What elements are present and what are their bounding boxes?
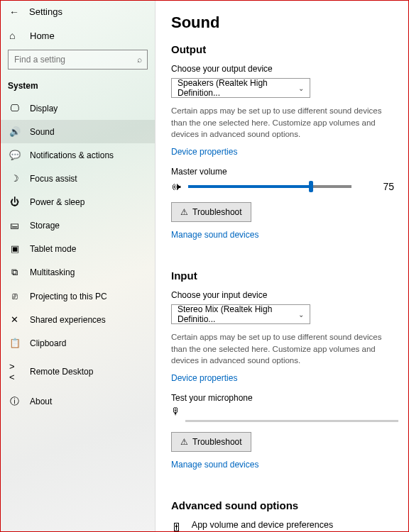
search-input[interactable] bbox=[8, 50, 148, 70]
input-heading: Input bbox=[171, 270, 394, 282]
nav-icon: ☽ bbox=[9, 173, 20, 184]
sidebar-item-shared-experiences[interactable]: ✕Shared experiences bbox=[1, 308, 155, 331]
nav-icon: ⧉ bbox=[9, 267, 20, 278]
output-device-select[interactable]: Speakers (Realtek High Definition... ⌄ bbox=[171, 78, 310, 98]
sidebar-item-multitasking[interactable]: ⧉Multitasking bbox=[1, 260, 155, 284]
nav-label: Clipboard bbox=[30, 338, 66, 348]
nav-label: Storage bbox=[30, 221, 60, 231]
page-title: Sound bbox=[171, 13, 394, 32]
nav-label: Shared experiences bbox=[30, 315, 106, 325]
nav-icon: 💬 bbox=[9, 150, 20, 160]
sidebar-item-display[interactable]: 🖵Display bbox=[1, 96, 155, 120]
nav-icon: 🔊 bbox=[9, 126, 20, 137]
nav-label: Remote Desktop bbox=[30, 367, 93, 377]
output-troubleshoot-button[interactable]: ⚠ Troubleshoot bbox=[171, 202, 251, 222]
warning-icon: ⚠ bbox=[180, 437, 188, 447]
sidebar-item-sound[interactable]: 🔊Sound bbox=[1, 120, 155, 143]
nav-label: Sound bbox=[30, 127, 55, 137]
nav-label: About bbox=[30, 397, 52, 406]
sidebar-item-notifications-actions[interactable]: 💬Notifications & actions bbox=[1, 143, 155, 167]
nav-icon: ✕ bbox=[9, 314, 20, 325]
chevron-down-icon: ⌄ bbox=[298, 311, 304, 318]
nav-label: Multitasking bbox=[30, 267, 75, 277]
test-mic-label: Test your microphone bbox=[171, 393, 394, 403]
output-help-text: Certain apps may be set up to use differ… bbox=[171, 105, 391, 140]
advanced-item-subtitle: Customize app volumes and the speakers o… bbox=[192, 530, 394, 531]
nav-label: Focus assist bbox=[30, 174, 77, 184]
microphone-icon: 🎙 bbox=[171, 406, 181, 417]
nav-icon: 🖴 bbox=[9, 220, 20, 231]
input-device-value: Stereo Mix (Realtek High Definitio... bbox=[178, 304, 298, 324]
speaker-icon: 🕪 bbox=[171, 181, 181, 192]
nav-icon: ⓘ bbox=[9, 395, 20, 408]
home-icon: ⌂ bbox=[9, 30, 20, 41]
input-device-properties-link[interactable]: Device properties bbox=[171, 373, 237, 383]
input-troubleshoot-button[interactable]: ⚠ Troubleshoot bbox=[171, 432, 251, 452]
sidebar-item-clipboard[interactable]: 📋Clipboard bbox=[1, 331, 155, 355]
output-heading: Output bbox=[171, 43, 394, 55]
back-icon[interactable]: ← bbox=[9, 7, 19, 17]
advanced-heading: Advanced sound options bbox=[171, 499, 394, 511]
nav-label: Notifications & actions bbox=[30, 150, 114, 160]
sidebar-item-about[interactable]: ⓘAbout bbox=[1, 389, 155, 414]
sliders-icon: 🎚 bbox=[171, 521, 183, 531]
app-title: Settings bbox=[29, 6, 62, 17]
advanced-item-title: App volume and device preferences bbox=[192, 520, 394, 530]
sidebar-item-projecting-to-this-pc[interactable]: ⎚Projecting to this PC bbox=[1, 284, 155, 308]
input-manage-devices-link[interactable]: Manage sound devices bbox=[171, 460, 258, 470]
nav-label: Projecting to this PC bbox=[30, 292, 107, 301]
master-volume-label: Master volume bbox=[171, 167, 394, 177]
nav-label: Tablet mode bbox=[30, 244, 76, 254]
input-device-label: Choose your input device bbox=[171, 290, 394, 300]
sidebar-item-power-sleep[interactable]: ⏻Power & sleep bbox=[1, 190, 155, 214]
nav-icon: >< bbox=[9, 361, 20, 382]
troubleshoot-label: Troubleshoot bbox=[192, 437, 242, 447]
sidebar-item-remote-desktop[interactable]: ><Remote Desktop bbox=[1, 355, 155, 389]
output-manage-devices-link[interactable]: Manage sound devices bbox=[171, 230, 258, 240]
troubleshoot-label: Troubleshoot bbox=[192, 207, 242, 217]
app-volume-preferences-item[interactable]: 🎚 App volume and device preferences Cust… bbox=[171, 520, 394, 531]
sidebar-item-tablet-mode[interactable]: ▣Tablet mode bbox=[1, 237, 155, 260]
home-label: Home bbox=[30, 31, 55, 41]
output-device-properties-link[interactable]: Device properties bbox=[171, 147, 237, 157]
home-button[interactable]: ⌂ Home bbox=[1, 24, 155, 47]
volume-value: 75 bbox=[383, 181, 394, 192]
slider-thumb[interactable] bbox=[309, 181, 313, 192]
nav-label: Power & sleep bbox=[30, 197, 84, 207]
output-device-label: Choose your output device bbox=[171, 64, 394, 74]
input-help-text: Certain apps may be set up to use differ… bbox=[171, 331, 391, 367]
nav-icon: ▣ bbox=[9, 243, 20, 254]
nav-icon: ⎚ bbox=[9, 291, 20, 301]
mic-level-bar bbox=[185, 420, 398, 422]
nav-icon: 📋 bbox=[9, 338, 20, 348]
nav-icon: 🖵 bbox=[9, 103, 20, 113]
category-header: System bbox=[1, 77, 155, 96]
nav-label: Display bbox=[30, 104, 58, 113]
nav-icon: ⏻ bbox=[9, 196, 20, 207]
volume-slider[interactable] bbox=[188, 185, 351, 188]
input-device-select[interactable]: Stereo Mix (Realtek High Definitio... ⌄ bbox=[171, 304, 310, 324]
chevron-down-icon: ⌄ bbox=[298, 84, 304, 92]
output-device-value: Speakers (Realtek High Definition... bbox=[178, 78, 298, 98]
sidebar-item-storage[interactable]: 🖴Storage bbox=[1, 214, 155, 237]
warning-icon: ⚠ bbox=[180, 207, 188, 217]
sidebar-item-focus-assist[interactable]: ☽Focus assist bbox=[1, 167, 155, 190]
